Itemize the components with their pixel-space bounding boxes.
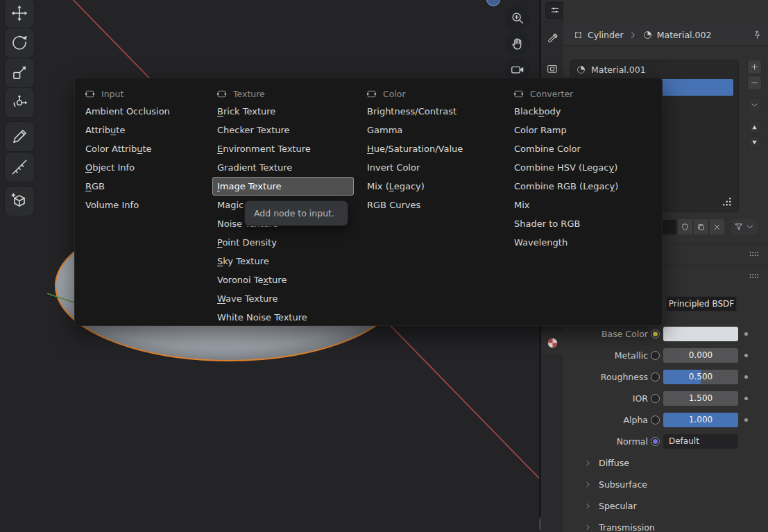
- socket-decorator[interactable]: [651, 437, 660, 446]
- zoom-button[interactable]: [505, 6, 530, 31]
- prop-label: IOR: [563, 388, 648, 409]
- slider-value: 0.000: [663, 348, 738, 363]
- copy-icon: [697, 223, 706, 232]
- pan-button[interactable]: [505, 31, 530, 56]
- unlink-material-button[interactable]: [709, 219, 724, 234]
- add-slot-button[interactable]: [747, 60, 762, 74]
- pin-icon[interactable]: [752, 30, 762, 40]
- menu-column-header: Converter: [509, 85, 659, 102]
- render-tab[interactable]: [541, 58, 563, 79]
- menu-item-checker-texture[interactable]: Checker Texture: [212, 121, 354, 139]
- subpanel-transmission[interactable]: Transmission: [563, 517, 768, 532]
- scale-tool[interactable]: [4, 58, 35, 88]
- menu-item-brick-texture[interactable]: Brick Texture: [212, 102, 354, 121]
- annotate-tool[interactable]: [4, 121, 35, 152]
- menu-item-mix[interactable]: Mix: [509, 196, 654, 214]
- menu-item-combine-hsv-legacy[interactable]: Combine HSV (Legacy): [509, 158, 654, 177]
- properties-editor-icon: [549, 5, 561, 16]
- transform-tool[interactable]: [4, 87, 35, 118]
- slot-specials-button[interactable]: [747, 98, 762, 112]
- menu-item-sky-texture[interactable]: Sky Texture: [212, 252, 354, 271]
- fake-user-button[interactable]: [677, 219, 692, 234]
- ior-slider[interactable]: 1.500: [663, 391, 738, 406]
- subpanel-label: Subsurface: [599, 479, 647, 490]
- metallic-slider[interactable]: 0.000: [663, 348, 738, 363]
- menu-item-volume-info[interactable]: Volume Info: [80, 196, 204, 214]
- dropdown-value: Default: [663, 434, 738, 449]
- subpanel-label: Transmission: [599, 522, 655, 532]
- socket-decorator[interactable]: [651, 372, 660, 381]
- move-slot-down-button[interactable]: [747, 136, 762, 149]
- menu-item-object-info[interactable]: Object Info: [80, 158, 204, 177]
- menu-item-shader-to-rgb[interactable]: Shader to RGB: [509, 214, 654, 233]
- filter-dropdown[interactable]: [731, 219, 758, 234]
- menu-item-wavelength[interactable]: Wavelength: [509, 233, 654, 252]
- subpanel-subsurface[interactable]: Subsurface: [563, 474, 768, 495]
- rotate-icon: [10, 34, 28, 52]
- menu-item-color-ramp[interactable]: Color Ramp: [509, 121, 654, 139]
- subpanel-diffuse[interactable]: Diffuse: [563, 452, 768, 474]
- prop-row-roughness: Roughness0.500: [563, 366, 768, 388]
- tool-tab[interactable]: [541, 28, 563, 49]
- resize-grip-icon[interactable]: [720, 195, 733, 207]
- remove-slot-button[interactable]: [747, 76, 762, 90]
- base-color-swatch[interactable]: [663, 327, 738, 341]
- node-icon: [84, 88, 96, 100]
- alpha-slider[interactable]: 1.000: [663, 413, 738, 427]
- menu-item-voronoi-texture[interactable]: Voronoi Texture: [212, 271, 354, 289]
- shader-select-button[interactable]: Principled BSDF: [666, 296, 737, 311]
- shader-props: Base ColorMetallic0.000Roughness0.500IOR…: [563, 323, 768, 532]
- menu-item-rgb-curves[interactable]: RGB Curves: [362, 196, 501, 214]
- socket-decorator[interactable]: [651, 394, 660, 403]
- menu-item-gamma[interactable]: Gamma: [362, 121, 501, 139]
- duplicate-material-button[interactable]: [693, 219, 708, 234]
- menu-item-invert-color[interactable]: Invert Color: [362, 158, 501, 177]
- prop-label: Base Color: [563, 323, 648, 345]
- chevron-right-icon: [628, 30, 638, 40]
- menu-item-point-density[interactable]: Point Density: [212, 233, 354, 252]
- nav-gizmo-axis: [487, 0, 500, 6]
- menu-item-combine-rgb-legacy[interactable]: Combine RGB (Legacy): [509, 177, 654, 196]
- tool-icon: [546, 33, 558, 45]
- subpanel-specular[interactable]: Specular: [563, 495, 768, 517]
- keyframe-dot[interactable]: [744, 354, 748, 357]
- breadcrumb-material[interactable]: Material.002: [657, 30, 712, 40]
- breadcrumb-object[interactable]: Cylinder: [588, 30, 624, 40]
- keyframe-dot[interactable]: [744, 397, 748, 400]
- add-cube-tool[interactable]: [4, 186, 35, 216]
- menu-item-blackbody[interactable]: Blackbody: [509, 102, 654, 121]
- menu-item-ambient-occlusion[interactable]: Ambient Occlusion: [80, 102, 204, 121]
- move-tool[interactable]: [4, 0, 35, 28]
- node-icon: [366, 88, 377, 100]
- menu-item-image-texture[interactable]: Image Texture: [212, 177, 354, 196]
- socket-decorator[interactable]: [651, 329, 660, 338]
- socket-decorator[interactable]: [651, 351, 660, 360]
- material-tab[interactable]: [541, 332, 563, 354]
- menu-item-wave-texture[interactable]: Wave Texture: [212, 289, 354, 308]
- menu-item-attribute[interactable]: Attribute: [80, 121, 204, 139]
- menu-item-color-attribute[interactable]: Color Attribute: [80, 139, 204, 158]
- normal-dropdown[interactable]: Default: [663, 434, 738, 449]
- menu-column-header: Input: [80, 85, 210, 102]
- subpanel-label: Specular: [599, 501, 637, 511]
- measure-tool[interactable]: [4, 152, 35, 182]
- menu-item-combine-color[interactable]: Combine Color: [509, 139, 654, 158]
- menu-item-mix-legacy[interactable]: Mix (Legacy): [362, 177, 501, 196]
- slider-value: 0.500: [663, 370, 738, 384]
- rotate-tool[interactable]: [4, 28, 35, 58]
- keyframe-dot[interactable]: [744, 418, 748, 422]
- keyframe-dot[interactable]: [744, 332, 748, 336]
- move-slot-up-button[interactable]: [747, 121, 762, 134]
- keyframe-dot[interactable]: [744, 375, 748, 379]
- menu-item-brightness-contrast[interactable]: Brightness/Contrast: [362, 102, 501, 121]
- menu-column-header: Color: [362, 85, 506, 102]
- menu-item-rgb[interactable]: RGB: [80, 177, 204, 196]
- menu-column-input: InputAmbient OcclusionAttributeColor Att…: [80, 85, 210, 214]
- material-slot[interactable]: Material.001: [571, 60, 738, 78]
- menu-item-white-noise-texture[interactable]: White Noise Texture: [212, 308, 354, 327]
- menu-item-hue-saturation-value[interactable]: Hue/Saturation/Value: [362, 139, 501, 158]
- menu-item-gradient-texture[interactable]: Gradient Texture: [212, 158, 354, 177]
- menu-item-environment-texture[interactable]: Environment Texture: [212, 139, 354, 158]
- socket-decorator[interactable]: [651, 415, 660, 424]
- roughness-slider[interactable]: 0.500: [663, 370, 738, 384]
